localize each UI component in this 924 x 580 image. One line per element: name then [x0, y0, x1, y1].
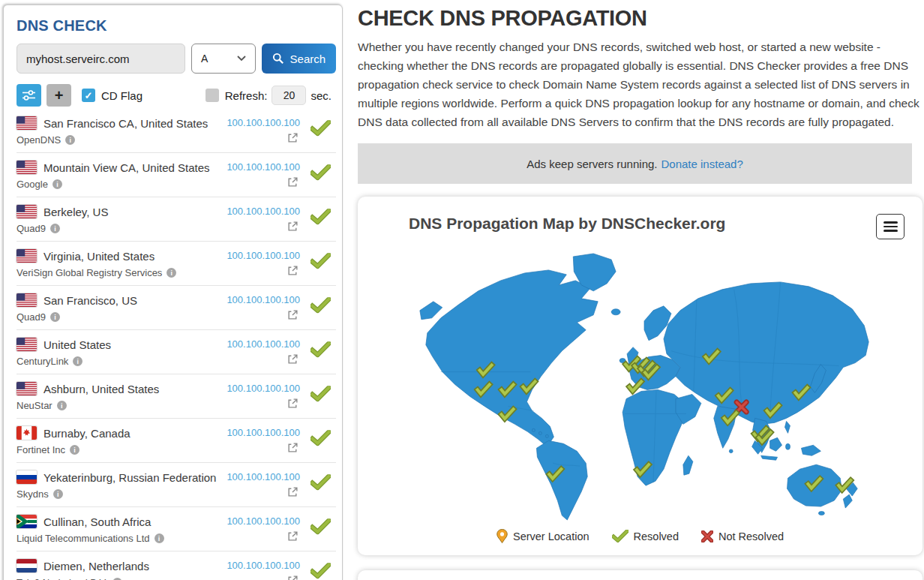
server-location: Virginia, United States [44, 250, 154, 263]
server-provider: VeriSign Global Registry Services [16, 267, 162, 278]
country-flag-icon [16, 293, 37, 307]
server-ip-link[interactable]: 100.100.100.100 [226, 383, 300, 394]
external-link-icon[interactable] [287, 530, 298, 545]
legend-item: Server Location [496, 528, 590, 544]
external-link-icon[interactable] [287, 265, 298, 279]
info-icon[interactable]: i [57, 401, 67, 410]
server-ip-link[interactable]: 100.100.100.100 [226, 338, 300, 350]
search-row: A Search [16, 44, 336, 74]
server-provider: OpenDNS [16, 134, 61, 146]
external-link-icon[interactable] [287, 398, 298, 412]
refresh-checkbox[interactable] [206, 89, 219, 102]
server-provider: CenturyLink [16, 356, 68, 367]
info-icon[interactable]: i [52, 179, 62, 189]
server-provider: Tele2 Nederland B.V. [16, 577, 108, 580]
map-title: DNS Propagation Map by DNSChecker.org [409, 215, 725, 233]
external-link-icon[interactable] [287, 132, 298, 146]
legend-item: Resolved [612, 530, 679, 542]
external-link-icon[interactable] [287, 176, 298, 191]
server-location: Yekaterinburg, Russian Federation [44, 471, 216, 484]
server-row: Burnaby, CanadaFortinet Inci100.100.100.… [16, 419, 336, 463]
server-list: San Francisco CA, United StatesOpenDNSi1… [16, 109, 336, 580]
panel-title: DNS CHECK [16, 17, 336, 35]
resolved-check-icon [612, 530, 628, 542]
hostname-input[interactable] [16, 44, 185, 74]
server-ip-link[interactable]: 100.100.100.100 [226, 206, 300, 217]
server-provider: NeuStar [16, 400, 52, 411]
search-button[interactable]: Search [262, 44, 336, 74]
ad-notice-text: Ads keep servers running. [526, 158, 657, 170]
server-row: Virginia, United StatesVeriSign Global R… [16, 242, 336, 286]
external-link-icon[interactable] [287, 486, 298, 500]
external-link-icon[interactable] [287, 309, 298, 323]
next-section-card [358, 570, 922, 580]
server-ip-link[interactable]: 100.100.100.100 [226, 250, 300, 261]
server-location: San Francisco, US [44, 294, 137, 307]
legend-label: Resolved [634, 530, 679, 542]
info-icon[interactable]: i [166, 268, 176, 278]
server-ip-link[interactable]: 100.100.100.100 [226, 515, 300, 527]
server-provider: Skydns [16, 488, 49, 500]
server-provider: Google [16, 179, 48, 190]
cd-flag-checkbox[interactable]: ✓ [82, 89, 95, 102]
server-ip-link[interactable]: 100.100.100.100 [226, 294, 300, 305]
donate-link[interactable]: Donate instead? [662, 158, 743, 170]
server-ip-link[interactable]: 100.100.100.100 [226, 161, 300, 173]
info-icon[interactable]: i [73, 356, 82, 366]
server-row: San Francisco, USQuad9i100.100.100.100 [16, 286, 336, 330]
record-type-select[interactable]: A [191, 44, 256, 74]
resolved-check-icon [310, 474, 331, 493]
world-map [418, 252, 885, 525]
info-icon[interactable]: i [50, 224, 60, 233]
legend-item: Not Resolved [701, 530, 784, 542]
external-link-icon[interactable] [287, 575, 298, 580]
external-link-icon[interactable] [287, 442, 298, 456]
country-flag-icon [16, 205, 37, 218]
not-resolved-x-icon [701, 530, 713, 542]
server-provider: Quad9 [16, 223, 46, 234]
country-flag-icon [16, 515, 37, 528]
server-row: United StatesCenturyLinki100.100.100.100 [16, 330, 336, 374]
resolved-check-icon [310, 341, 331, 360]
country-flag-icon [16, 382, 37, 395]
info-icon[interactable]: i [50, 312, 60, 322]
legend-label: Not Resolved [718, 530, 784, 542]
server-provider: Liquid Telecommunications Ltd [16, 533, 150, 544]
map-menu-button[interactable] [876, 214, 904, 239]
server-row: Yekaterinburg, Russian FederationSkydnsi… [16, 463, 336, 507]
server-ip-link[interactable]: 100.100.100.100 [226, 117, 300, 128]
server-ip-link[interactable]: 100.100.100.100 [226, 560, 300, 571]
resolved-check-icon [310, 120, 331, 139]
search-icon [272, 53, 284, 65]
server-row: San Francisco CA, United StatesOpenDNSi1… [16, 109, 336, 153]
record-type-value: A [201, 53, 208, 65]
server-location: Ashburn, United States [44, 383, 159, 395]
hamburger-icon [884, 221, 898, 224]
search-button-label: Search [290, 53, 326, 65]
server-location: Berkeley, US [44, 206, 108, 218]
refresh-unit: sec. [310, 89, 332, 102]
resolved-check-icon [310, 253, 331, 272]
external-link-icon[interactable] [287, 221, 298, 235]
map-pin-icon [496, 528, 508, 544]
options-sliders-button[interactable] [16, 84, 41, 107]
legend-label: Server Location [513, 530, 590, 542]
external-link-icon[interactable] [287, 353, 298, 368]
add-server-button[interactable]: + [46, 84, 71, 107]
info-icon[interactable]: i [154, 533, 164, 543]
resolved-check-icon [310, 209, 331, 227]
server-ip-link[interactable]: 100.100.100.100 [226, 471, 300, 482]
server-provider: Fortinet Inc [16, 444, 65, 455]
info-icon[interactable]: i [65, 135, 75, 145]
map-legend: Server LocationResolvedNot Resolved [358, 528, 922, 544]
info-icon[interactable]: i [53, 489, 63, 499]
resolved-check-icon [310, 430, 331, 449]
country-flag-icon [16, 426, 37, 440]
resolved-check-icon [310, 518, 331, 537]
server-location: United States [44, 338, 111, 351]
controls-row: + ✓ CD Flag Refresh: sec. [16, 84, 336, 107]
main-content: CHECK DNS PROPAGATION Whether you have r… [345, 0, 924, 580]
server-ip-link[interactable]: 100.100.100.100 [226, 427, 300, 438]
info-icon[interactable]: i [70, 445, 80, 455]
refresh-seconds-input[interactable] [272, 86, 306, 105]
